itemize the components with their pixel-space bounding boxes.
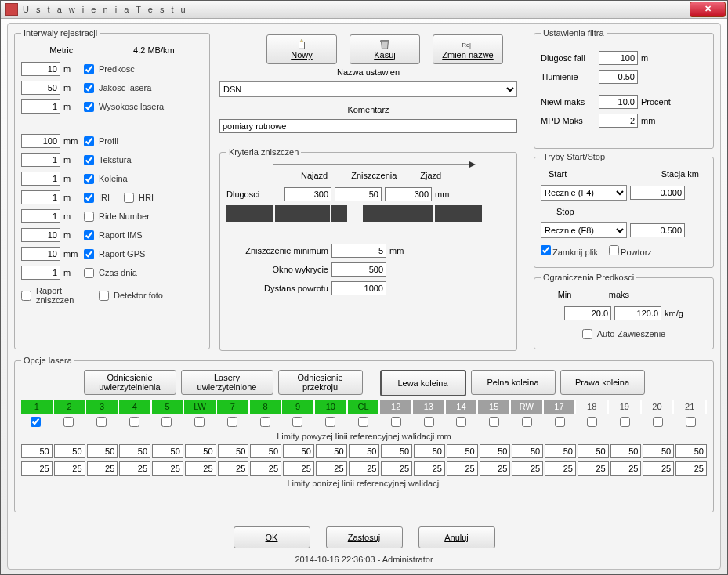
rims-value[interactable] xyxy=(21,228,60,242)
tekstura-checkbox[interactable] xyxy=(84,155,94,165)
cancel-button[interactable]: Anuluj xyxy=(418,526,495,548)
laser-checkbox-10[interactable] xyxy=(325,417,335,427)
rgps-value[interactable] xyxy=(21,247,60,261)
limit-above-CL[interactable] xyxy=(349,444,380,458)
iri-value[interactable] xyxy=(21,190,60,204)
laser-checkbox-9[interactable] xyxy=(292,417,302,427)
koleina-checkbox[interactable] xyxy=(84,174,94,184)
laser-checkbox-13[interactable] xyxy=(424,417,434,427)
limit-above-15[interactable] xyxy=(480,444,511,458)
limit-above-RW[interactable] xyxy=(512,444,543,458)
detektor-foto-checkbox[interactable] xyxy=(99,291,109,301)
odn-uw-button[interactable]: Odniesienie uwierzytelnienia xyxy=(84,370,176,395)
limit-below-5[interactable] xyxy=(152,461,183,476)
limit-below-1[interactable] xyxy=(21,461,53,476)
laser-checkbox-14[interactable] xyxy=(456,417,466,427)
limit-above-1[interactable] xyxy=(21,444,53,458)
limit-below-10[interactable] xyxy=(316,461,347,476)
laser-checkbox-5[interactable] xyxy=(161,417,172,427)
laser-checkbox-CL[interactable] xyxy=(358,417,368,427)
odn-prz-button[interactable]: Odniesienie przekroju xyxy=(278,370,363,395)
okno-value[interactable] xyxy=(331,262,386,277)
wysokosc-value[interactable] xyxy=(21,99,60,114)
new-button[interactable]: Nowy xyxy=(266,34,337,64)
laser-checkbox-17[interactable] xyxy=(555,417,565,427)
limit-above-12[interactable] xyxy=(381,444,412,458)
hri-checkbox[interactable] xyxy=(124,193,134,203)
limit-below-14[interactable] xyxy=(447,461,478,476)
ride-value[interactable] xyxy=(21,209,60,223)
limit-above-18[interactable] xyxy=(578,444,609,458)
limit-above-10[interactable] xyxy=(316,444,347,458)
stop-mode-select[interactable]: Recznie (F8) xyxy=(541,222,627,238)
powrot-value[interactable] xyxy=(331,281,386,295)
las-uw-button[interactable]: Lasery uwierzytelnione xyxy=(181,370,273,395)
auto-checkbox[interactable] xyxy=(582,329,592,339)
min-value[interactable] xyxy=(331,244,386,258)
limit-below-15[interactable] xyxy=(480,461,511,476)
iri-checkbox[interactable] xyxy=(84,193,94,203)
czas-checkbox[interactable] xyxy=(84,268,94,278)
laser-checkbox-2[interactable] xyxy=(63,417,74,427)
laser-checkbox-21[interactable] xyxy=(686,417,696,427)
mpd-value[interactable] xyxy=(599,114,638,128)
laser-checkbox-15[interactable] xyxy=(489,417,499,427)
rims-checkbox[interactable] xyxy=(84,230,94,240)
wysokosc-checkbox[interactable] xyxy=(84,102,94,112)
laser-checkbox-RW[interactable] xyxy=(522,417,532,427)
speed-max[interactable] xyxy=(614,306,661,320)
profil-value[interactable] xyxy=(21,134,60,148)
limit-below-13[interactable] xyxy=(414,461,445,476)
limit-below-21[interactable] xyxy=(675,461,707,476)
limit-above-9[interactable] xyxy=(283,444,314,458)
predkosc-checkbox[interactable] xyxy=(84,64,94,74)
zamknij-checkbox[interactable] xyxy=(541,245,551,255)
settings-name-select[interactable]: DSN xyxy=(219,81,517,97)
jakosc-checkbox[interactable] xyxy=(84,83,94,93)
limit-above-LW[interactable] xyxy=(185,444,216,458)
limit-below-LW[interactable] xyxy=(185,461,216,476)
stop-stacja[interactable] xyxy=(630,223,685,237)
dlugosci-zjazd[interactable] xyxy=(385,187,432,201)
limit-above-5[interactable] xyxy=(152,444,183,458)
laser-checkbox-18[interactable] xyxy=(587,417,597,427)
prawa-koleina-button[interactable]: Prawa koleina xyxy=(560,370,645,395)
limit-below-20[interactable] xyxy=(643,461,674,476)
limit-above-19[interactable] xyxy=(610,444,642,458)
limit-below-RW[interactable] xyxy=(512,461,543,476)
rename-button[interactable]: Re| Zmien nazwe xyxy=(433,34,503,64)
limit-below-2[interactable] xyxy=(54,461,85,476)
start-mode-select[interactable]: Recznie (F4) xyxy=(541,185,627,201)
ride-checkbox[interactable] xyxy=(84,212,94,222)
apply-button[interactable]: Zastosuj xyxy=(326,526,403,548)
speed-min[interactable] xyxy=(564,306,611,320)
limit-below-9[interactable] xyxy=(283,461,314,476)
limit-below-3[interactable] xyxy=(87,461,118,476)
tlum-value[interactable] xyxy=(599,70,638,84)
laser-checkbox-7[interactable] xyxy=(227,417,237,427)
dlugosci-najazd[interactable] xyxy=(284,187,331,201)
start-stacja[interactable] xyxy=(630,186,685,200)
delete-button[interactable]: Kasuj xyxy=(350,34,420,64)
czas-value[interactable] xyxy=(21,266,60,280)
laser-checkbox-LW[interactable] xyxy=(194,417,205,427)
koleina-value[interactable] xyxy=(21,172,60,186)
comment-input[interactable] xyxy=(219,119,517,133)
limit-below-18[interactable] xyxy=(578,461,609,476)
limit-above-4[interactable] xyxy=(119,444,150,458)
profil-checkbox[interactable] xyxy=(84,136,94,146)
tekstura-value[interactable] xyxy=(21,153,60,167)
limit-below-19[interactable] xyxy=(610,461,642,476)
limit-above-14[interactable] xyxy=(447,444,478,458)
limit-above-20[interactable] xyxy=(643,444,674,458)
rgps-checkbox[interactable] xyxy=(84,249,94,259)
laser-checkbox-1[interactable] xyxy=(31,417,41,427)
limit-below-7[interactable] xyxy=(218,461,249,476)
lewa-koleina-button[interactable]: Lewa koleina xyxy=(380,370,466,396)
dlugosci-zniszczenia[interactable] xyxy=(335,187,382,201)
limit-below-8[interactable] xyxy=(250,461,281,476)
limit-below-4[interactable] xyxy=(119,461,150,476)
dlugosc-value[interactable] xyxy=(599,51,638,65)
laser-checkbox-12[interactable] xyxy=(391,417,401,427)
pelna-koleina-button[interactable]: Pelna koleina xyxy=(471,370,556,395)
